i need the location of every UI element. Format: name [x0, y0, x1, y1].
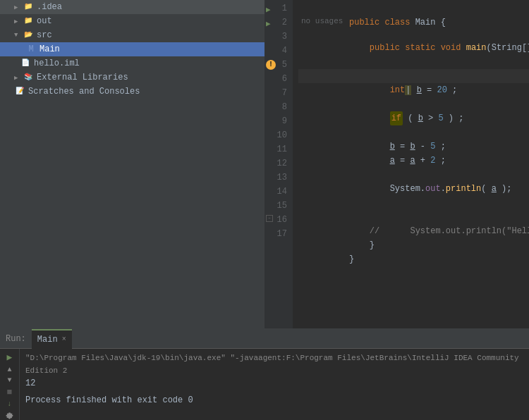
line-number-3: 3: [264, 30, 293, 44]
library-icon: 📚: [23, 72, 34, 83]
code-line-11: [298, 154, 529, 168]
sidebar-item-main[interactable]: M Main: [0, 42, 264, 56]
run-tab-main[interactable]: Main ×: [32, 329, 72, 349]
line-number-4: 4: [264, 44, 293, 58]
code-line-17: }: [298, 238, 529, 252]
line-number-6: 6: [264, 72, 293, 86]
code-area: public class Main { no usages public sta…: [293, 0, 529, 328]
sidebar-item-label: out: [37, 16, 52, 26]
code-line-10: a = a + 2 ;: [298, 140, 529, 154]
sidebar-item-label: Scratches and Consoles: [28, 87, 140, 97]
line-number-8: 8: [264, 100, 293, 114]
code-line-13: [298, 182, 529, 196]
code-line-5: int| b = 20 ;: [298, 69, 529, 83]
scratch-icon: 📝: [14, 86, 25, 97]
line-number-9: 9: [264, 114, 293, 128]
xml-icon: 📄: [20, 58, 31, 69]
line-number-17: 17: [264, 227, 293, 241]
up-button[interactable]: ▲: [2, 366, 18, 373]
sidebar-item-label: src: [37, 30, 52, 40]
line-number-5: ! 5: [264, 58, 293, 72]
console-output-line1: 12: [25, 377, 523, 390]
rerun-button[interactable]: ▶: [2, 352, 18, 363]
code-line-4: int a = 10 ;: [298, 55, 529, 69]
line-number-1: ▶ 1: [264, 1, 293, 16]
line-number-11: 11: [264, 142, 293, 156]
close-tab-button[interactable]: ×: [62, 335, 66, 343]
sidebar: ▶ 📁 .idea ▶ 📁 out ▼ 📂 src M Main 📄 h: [0, 0, 264, 328]
line-number-16: - 16: [264, 213, 293, 227]
class-file-icon: M: [25, 44, 37, 55]
line-number-2: ▶ 2: [264, 16, 293, 30]
chevron-right-icon: ▶: [14, 18, 23, 25]
code-line-12: System.out.println( a );: [298, 168, 529, 182]
console-command: "D:\Program Files\Java\jdk-19\bin\java.e…: [25, 352, 523, 377]
line-number-15: 15: [264, 199, 293, 213]
stop-button[interactable]: ■: [2, 387, 18, 397]
folder-icon: 📁: [23, 16, 34, 27]
code-line-15: // System.out.println("Hello world!");: [298, 210, 529, 224]
code-line-16: }: [298, 224, 529, 238]
code-line-8: [298, 111, 529, 125]
code-line-9: b = b - 5 ;: [298, 125, 529, 140]
code-line-2: public static void main(String[] args) {: [298, 27, 529, 41]
sidebar-item-out[interactable]: ▶ 📁 out: [0, 14, 264, 28]
sidebar-item-label: External Libraries: [37, 73, 128, 82]
code-line-1: public class Main {: [298, 1, 529, 16]
settings-button[interactable]: [2, 411, 18, 420]
console-area: ▶ ▲ ▼ ■ ↓ "D:\Program Files\Java\jdk-19\…: [0, 349, 529, 420]
console-exit-message: Process finished with exit code 0: [25, 394, 523, 407]
run-label: Run:: [0, 334, 32, 344]
line-number-14: 14: [264, 185, 293, 199]
sidebar-item-ext-libs[interactable]: ▶ 📚 External Libraries: [0, 70, 264, 85]
run-gutter-icon[interactable]: ▶: [266, 17, 271, 31]
intention-bulb-icon[interactable]: !: [266, 60, 276, 70]
editor-gutter: ▶ 1 ▶ 2 3 4 ! 5 6 7: [264, 0, 293, 328]
console-toolbar: ▶ ▲ ▼ ■ ↓: [0, 349, 20, 420]
chevron-right-icon: ▶: [14, 4, 23, 11]
chevron-right-icon: ▶: [14, 74, 23, 82]
folder-icon: 📁: [23, 1, 34, 13]
line-number-7: 7: [264, 86, 293, 100]
sidebar-item-src[interactable]: ▼ 📂 src: [0, 28, 264, 42]
sidebar-item-hello-iml[interactable]: 📄 hello.iml: [0, 56, 264, 70]
sidebar-item-label: hello.iml: [34, 58, 80, 68]
sidebar-item-scratches[interactable]: 📝 Scratches and Consoles: [0, 85, 264, 99]
folder-open-icon: 📂: [23, 30, 34, 41]
run-gutter-icon[interactable]: ▶: [266, 3, 271, 17]
line-number-13: 13: [264, 171, 293, 185]
run-tabs-bar: Run: Main ×: [0, 329, 529, 349]
down-button[interactable]: ▼: [2, 376, 18, 384]
bottom-panel: Run: Main × ▶ ▲ ▼ ■ ↓ "D:\Program Files\…: [0, 328, 529, 420]
sidebar-item-idea[interactable]: ▶ 📁 .idea: [0, 0, 264, 14]
scroll-end-button[interactable]: ↓: [2, 400, 18, 408]
code-line-3: [298, 41, 529, 55]
line-number-12: 12: [264, 156, 293, 171]
editor: ▶ 1 ▶ 2 3 4 ! 5 6 7: [264, 0, 529, 328]
code-line-14: [298, 196, 529, 210]
chevron-down-icon: ▼: [14, 32, 23, 39]
code-line-6: [298, 83, 529, 97]
code-line-7: if ( b > 5 ) ;: [298, 97, 529, 111]
sidebar-item-label: .idea: [37, 2, 62, 12]
line-number-10: 10: [264, 128, 293, 142]
sidebar-item-label: Main: [39, 44, 60, 54]
console-output: "D:\Program Files\Java\jdk-19\bin\java.e…: [20, 349, 529, 420]
fold-icon[interactable]: -: [266, 215, 273, 222]
run-tab-label: Main: [37, 335, 58, 345]
